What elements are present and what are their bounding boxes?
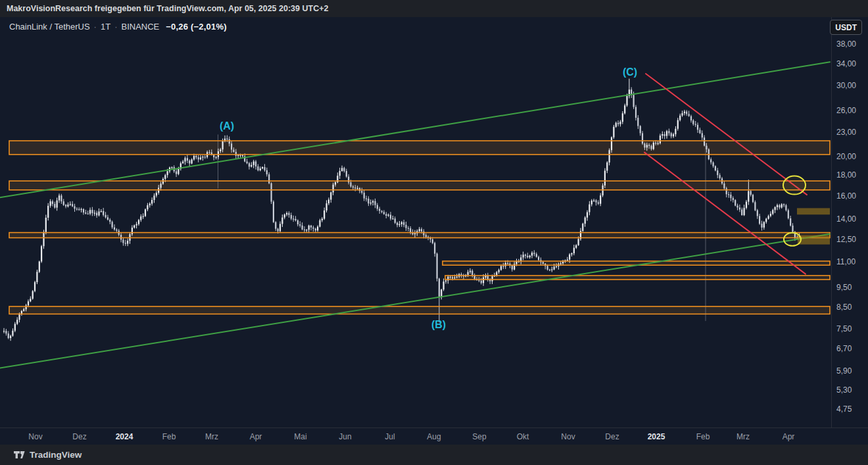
candle: [291, 215, 292, 219]
candle: [702, 133, 703, 137]
candle: [626, 96, 627, 105]
candle: [5, 331, 7, 333]
price-axis[interactable]: 38,0034,0030,0026,0023,0020,0018,0016,00…: [831, 17, 868, 428]
candle: [765, 219, 767, 222]
time-tick: Mrz: [205, 432, 218, 441]
candle: [205, 157, 206, 157]
candle: [752, 195, 754, 202]
currency-toggle-button[interactable]: USDT: [830, 20, 862, 35]
candle: [339, 171, 341, 176]
candle: [397, 223, 398, 225]
candle: [268, 174, 270, 184]
candle: [160, 184, 162, 187]
candle: [310, 226, 312, 228]
header-separator: ·: [114, 22, 117, 32]
candle: [354, 187, 356, 188]
candle: [366, 199, 367, 199]
candle: [392, 218, 393, 219]
candle: [642, 134, 643, 144]
time-tick: Aug: [427, 432, 441, 441]
candle: [284, 214, 285, 218]
annotations-layer: (A)(B)(C): [220, 66, 830, 330]
candle: [600, 195, 601, 204]
interval-value[interactable]: 1T: [101, 22, 110, 32]
candle: [527, 256, 528, 257]
candle: [233, 150, 234, 152]
candle: [741, 210, 742, 215]
candle: [151, 200, 153, 204]
candle: [153, 195, 155, 200]
target-box: [797, 208, 830, 214]
candle: [357, 188, 358, 189]
candle: [775, 207, 776, 210]
candle: [695, 124, 696, 125]
candle: [736, 206, 738, 208]
exchange-name[interactable]: BINANCE: [121, 22, 159, 32]
candle: [593, 201, 594, 201]
descending-channel-lower-trendline: [644, 153, 806, 274]
price-tick: 23,00: [836, 128, 856, 137]
candle: [520, 257, 521, 261]
candle: [673, 134, 674, 136]
candle: [690, 116, 692, 121]
candle: [554, 267, 555, 270]
candle: [414, 233, 416, 235]
candle: [715, 166, 716, 171]
price-tick: 6,70: [836, 344, 852, 353]
tradingview-logo-icon[interactable]: [14, 451, 25, 459]
candle: [468, 272, 469, 275]
price-tick: 11,00: [836, 257, 856, 266]
candle: [388, 215, 389, 216]
candle: [167, 171, 168, 175]
candle: [101, 211, 102, 212]
watermark-bar: MakroVisionResearch freigegeben für Trad…: [0, 0, 868, 17]
candle: [288, 213, 289, 215]
candle: [779, 205, 780, 208]
candle: [379, 209, 380, 211]
candle: [94, 213, 95, 214]
candle: [187, 158, 188, 160]
candle: [507, 263, 508, 264]
tradingview-logo-text[interactable]: TradingView: [30, 450, 82, 460]
candle: [704, 137, 705, 145]
price-tick: 34,00: [836, 59, 856, 68]
price-chart-canvas[interactable]: (A)(B)(C): [0, 17, 831, 428]
candle: [604, 171, 606, 186]
candle: [531, 253, 533, 255]
candle: [226, 139, 228, 139]
candle: [750, 191, 752, 195]
header-separator: ·: [94, 22, 97, 32]
chart-area: (A)(B)(C) ChainLink / TetherUS·1T·BINANC…: [0, 17, 868, 445]
candle: [14, 324, 16, 330]
symbol-name[interactable]: ChainLink / TetherUS: [9, 22, 90, 32]
candle: [200, 157, 201, 159]
candle: [143, 216, 144, 217]
candle: [112, 222, 113, 227]
candle: [315, 229, 316, 231]
candle: [587, 212, 588, 218]
time-tick: Feb: [696, 432, 710, 441]
candle: [502, 266, 504, 267]
candle: [368, 199, 369, 203]
candle: [748, 191, 749, 202]
candle: [72, 204, 73, 206]
candle: [138, 220, 139, 224]
candle: [498, 270, 500, 272]
candle: [156, 193, 157, 195]
candle: [125, 243, 126, 243]
price-tick: 12,50: [836, 235, 856, 244]
candle: [346, 171, 347, 177]
time-axis[interactable]: NovDez2024FebMrzAprMaiJunJulAugSepOktNov…: [0, 428, 868, 445]
candle: [675, 129, 676, 134]
supply-demand-zone-fill: [445, 276, 830, 280]
price-tick: 20,00: [836, 152, 856, 161]
candle: [109, 220, 110, 222]
candle: [401, 222, 402, 224]
candle: [74, 207, 75, 209]
candle: [744, 208, 745, 215]
candle: [523, 255, 524, 257]
candle: [43, 232, 44, 247]
time-tick: Nov: [28, 432, 42, 441]
candle: [350, 182, 351, 186]
candle: [333, 185, 334, 193]
